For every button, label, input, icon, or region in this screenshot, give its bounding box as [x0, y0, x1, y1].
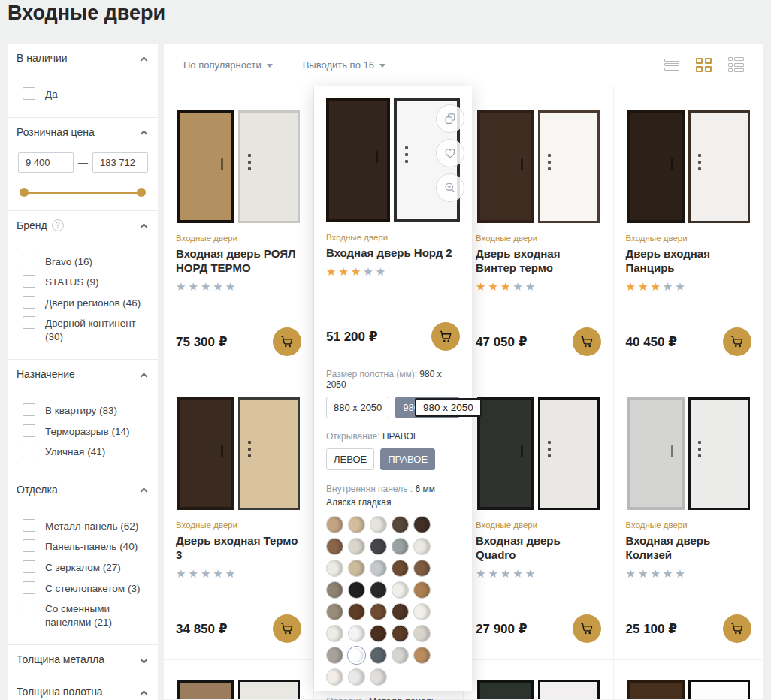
product-title[interactable]: Входная дверь Колизей	[626, 533, 752, 562]
table-view-icon[interactable]	[728, 57, 745, 72]
panel-swatch[interactable]	[370, 581, 387, 599]
panel-swatch[interactable]	[392, 625, 409, 642]
panel-swatch[interactable]	[348, 668, 365, 686]
panel-swatch[interactable]	[370, 647, 387, 664]
category-link[interactable]: Входные двери	[626, 520, 752, 530]
opening-option-left[interactable]: ЛЕВОЕ	[326, 448, 374, 470]
panel-swatch[interactable]	[326, 560, 343, 577]
filter-option-street[interactable]: Уличная (41)	[23, 445, 149, 459]
product-card[interactable]: Входные двери Дверь входная Термо 3 ★★★★…	[164, 373, 314, 660]
quick-view-button[interactable]	[436, 173, 464, 202]
panel-swatch[interactable]	[413, 581, 431, 599]
panel-swatch[interactable]	[326, 603, 343, 620]
panel-swatch[interactable]	[413, 560, 431, 577]
product-card[interactable]: Входные двери Входная дверь РОЯЛ НОРД ТЕ…	[164, 86, 314, 373]
panel-swatch[interactable]	[370, 560, 387, 577]
filter-option-bravo[interactable]: Bravo (16)	[23, 255, 149, 269]
chevron-up-icon[interactable]	[141, 223, 148, 231]
section-toggle-brand[interactable]: Бренд ?	[17, 217, 149, 234]
grid-view-icon[interactable]	[696, 58, 712, 72]
checkbox[interactable]	[23, 275, 35, 288]
section-toggle-purpose[interactable]: Назначение	[17, 366, 149, 382]
product-title[interactable]: Входная дверь РОЯЛ НОРД ТЕРМО	[176, 246, 301, 275]
checkbox[interactable]	[23, 560, 35, 573]
panel-swatch[interactable]	[348, 581, 365, 599]
add-to-cart-button[interactable]	[573, 327, 601, 356]
panel-swatch[interactable]	[348, 560, 365, 577]
price-min-input[interactable]: 9 400	[18, 152, 74, 173]
product-image[interactable]	[476, 388, 601, 510]
panel-swatch[interactable]	[370, 668, 387, 686]
chevron-up-icon[interactable]	[141, 130, 148, 137]
checkbox[interactable]	[23, 403, 35, 416]
panel-swatch[interactable]	[348, 647, 365, 664]
product-title[interactable]: Входная дверь Норд 2	[326, 246, 460, 260]
checkbox[interactable]	[23, 296, 35, 309]
compare-button[interactable]	[436, 104, 464, 133]
filter-option-with-glass[interactable]: С стеклопакетом (3)	[23, 581, 149, 596]
category-link[interactable]: Входные двери	[176, 520, 301, 530]
panel-swatch[interactable]	[348, 603, 365, 620]
product-image[interactable]	[176, 388, 301, 510]
checkbox[interactable]	[23, 87, 35, 100]
product-title[interactable]: Дверь входная Винтер термо	[476, 246, 601, 275]
filter-option-metal-panel[interactable]: Металл-панель (62)	[23, 519, 149, 533]
filter-option-panel-panel[interactable]: Панель-панель (40)	[23, 539, 149, 554]
chevron-up-icon[interactable]	[141, 690, 148, 698]
panel-swatch[interactable]	[413, 625, 431, 642]
product-card[interactable]: Входные двери Дверь входная Винтер термо…	[464, 86, 614, 373]
help-icon[interactable]: ?	[52, 219, 64, 231]
panel-swatch[interactable]	[370, 538, 387, 555]
filter-option-status[interactable]: STATUS (9)	[23, 275, 149, 289]
panel-swatch[interactable]	[326, 668, 343, 686]
panel-swatch[interactable]	[348, 516, 365, 533]
panel-swatch[interactable]	[413, 603, 431, 620]
panel-swatch[interactable]	[370, 603, 387, 620]
panel-swatch[interactable]	[392, 581, 409, 599]
filter-option-apartment[interactable]: В квартиру (83)	[23, 403, 149, 418]
panel-swatch[interactable]	[392, 538, 409, 555]
category-link[interactable]: Входные двери	[626, 234, 752, 243]
size-option-880[interactable]: 880 x 2050	[326, 397, 389, 418]
checkbox[interactable]	[23, 519, 35, 532]
per-page-dropdown[interactable]: Выводить по 16	[303, 59, 386, 71]
opening-option-right[interactable]: ПРАВОЕ	[380, 448, 435, 470]
panel-swatch[interactable]	[326, 625, 343, 642]
chevron-down-icon[interactable]	[141, 656, 148, 663]
section-toggle-price[interactable]: Розничная цена	[17, 124, 149, 140]
wishlist-button[interactable]	[436, 139, 464, 167]
checkbox[interactable]	[23, 316, 35, 329]
section-toggle-availability[interactable]: В наличии	[17, 50, 149, 66]
sort-dropdown[interactable]: По популярности	[183, 59, 273, 71]
add-to-cart-button[interactable]	[273, 327, 301, 356]
section-toggle-metal-thickness[interactable]: Толщина металла	[17, 651, 149, 668]
product-card[interactable]: Входные двери Входная дверь Колизей ★★★★…	[614, 373, 764, 660]
panel-swatch[interactable]	[348, 625, 365, 642]
expanded-product-card[interactable]: Входные двери Входная дверь Норд 2 ★★★★★…	[314, 86, 472, 691]
panel-swatch[interactable]	[370, 625, 387, 642]
product-image[interactable]	[476, 680, 601, 700]
panel-swatch[interactable]	[326, 647, 343, 664]
filter-option-with-mirror[interactable]: С зеркалом (27)	[23, 560, 149, 575]
product-title[interactable]: Дверь входная Термо 3	[176, 533, 301, 562]
panel-swatch[interactable]	[413, 516, 431, 533]
slider-knob-min[interactable]	[20, 188, 29, 197]
panel-swatch[interactable]	[326, 538, 343, 555]
panel-swatch[interactable]	[413, 647, 431, 664]
section-toggle-leaf-thickness[interactable]: Толщина полотна	[17, 683, 149, 700]
add-to-cart-button[interactable]	[723, 327, 751, 356]
product-image[interactable]	[626, 388, 752, 510]
add-to-cart-button[interactable]	[273, 614, 301, 643]
panel-swatch[interactable]	[326, 516, 343, 533]
slider-track[interactable]	[23, 192, 143, 194]
panel-swatch[interactable]	[348, 538, 365, 555]
panel-swatch[interactable]	[326, 581, 343, 599]
chevron-up-icon[interactable]	[141, 56, 148, 64]
filter-option-thermal-break[interactable]: Терморазрыв (14)	[23, 424, 149, 439]
product-card-partial[interactable]	[464, 660, 614, 700]
category-link[interactable]: Входные двери	[176, 234, 301, 243]
product-title[interactable]: Дверь входная Панцирь	[626, 246, 752, 275]
product-image[interactable]	[176, 680, 301, 700]
product-title[interactable]: Входная дверь Quadro	[476, 533, 601, 562]
product-card-partial[interactable]	[614, 660, 764, 700]
